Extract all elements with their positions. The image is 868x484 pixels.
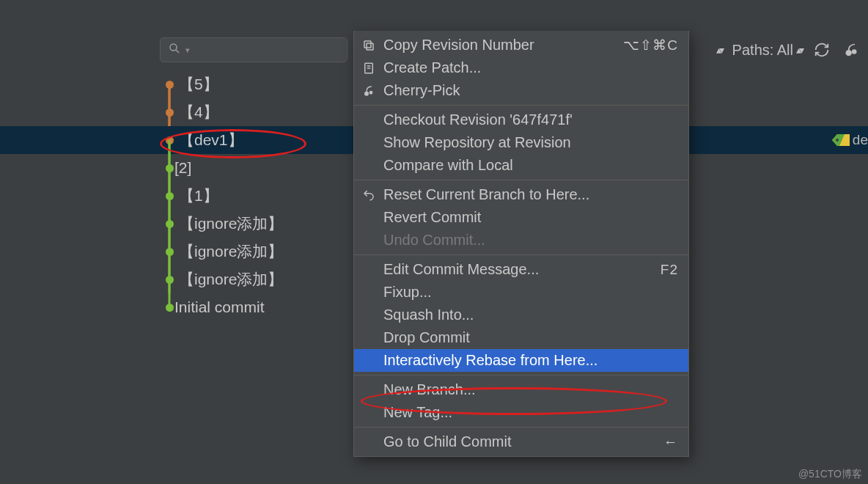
menu-new-branch[interactable]: New Branch... <box>354 378 688 401</box>
tag-icon <box>832 133 850 147</box>
menu-label: New Branch... <box>383 381 476 398</box>
updown-icon: ▴▾ <box>796 44 802 56</box>
svg-point-13 <box>369 90 373 94</box>
menu-label: Undo Commit... <box>383 232 485 249</box>
svg-point-12 <box>364 91 369 95</box>
commit-label: 【dev1】 <box>179 130 243 150</box>
menu-label: Interactively Rebase from Here... <box>383 352 597 369</box>
tool-window-gutter <box>0 31 157 484</box>
svg-point-3 <box>852 49 857 54</box>
branch-tag-badge[interactable]: de <box>832 126 868 154</box>
menu-edit-message[interactable]: Edit Commit Message... F2 <box>354 258 688 281</box>
menu-shortcut: F2 <box>661 262 678 278</box>
menu-new-tag[interactable]: New Tag... <box>354 401 688 424</box>
commit-label: 【ignore添加】 <box>179 241 283 262</box>
patch-icon <box>360 62 378 75</box>
menu-checkout-revision[interactable]: Checkout Revision '647f471f' <box>354 109 688 131</box>
cherry-pick-toolbar-button[interactable] <box>842 40 861 59</box>
arrow-left-icon: ← <box>663 434 678 450</box>
menu-undo-commit: Undo Commit... <box>354 229 688 252</box>
tag-text: de <box>853 132 868 148</box>
menu-shortcut: ⌥⇧⌘C <box>623 37 678 54</box>
menu-label: Squash Into... <box>383 307 474 323</box>
refresh-button[interactable] <box>812 40 831 59</box>
commit-label: 【ignore添加】 <box>179 269 283 290</box>
svg-point-0 <box>170 44 177 51</box>
commit-label: 【1】 <box>179 186 218 206</box>
cherry-icon <box>360 84 378 98</box>
undo-icon <box>360 188 378 202</box>
menu-go-child-commit[interactable]: Go to Child Commit ← <box>354 430 688 453</box>
commit-label: [2] <box>174 159 191 177</box>
menu-label: Create Patch... <box>383 59 481 76</box>
menu-show-repo[interactable]: Show Repository at Revision <box>354 131 688 154</box>
commit-label: 【ignore添加】 <box>179 213 283 234</box>
svg-rect-8 <box>364 41 371 48</box>
menu-reset-branch[interactable]: Reset Current Branch to Here... <box>354 183 688 206</box>
menu-label: Go to Child Commit <box>383 433 512 450</box>
commit-label: 【5】 <box>179 74 218 95</box>
menu-drop-commit[interactable]: Drop Commit <box>354 326 688 349</box>
chevron-down-icon: ▾ <box>185 45 190 55</box>
menu-fixup[interactable]: Fixup... <box>354 281 688 304</box>
menu-copy-revision[interactable]: Copy Revision Number ⌥⇧⌘C <box>354 34 688 56</box>
menu-squash[interactable]: Squash Into... <box>354 304 688 326</box>
search-input[interactable]: ▾ <box>160 37 347 62</box>
menu-label: Copy Revision Number <box>383 37 534 54</box>
menu-label: Cherry-Pick <box>383 82 460 99</box>
menu-label: Drop Commit <box>383 329 470 346</box>
menu-create-patch[interactable]: Create Patch... <box>354 56 688 79</box>
menu-label: Revert Commit <box>383 209 481 226</box>
watermark: @51CTO博客 <box>798 468 862 481</box>
search-icon <box>168 42 181 59</box>
menu-label: New Tag... <box>383 404 452 421</box>
menu-label: Edit Commit Message... <box>383 261 539 278</box>
menu-revert-commit[interactable]: Revert Commit <box>354 206 688 229</box>
menu-label: Checkout Revision '647f471f' <box>383 111 573 128</box>
menu-label: Reset Current Branch to Here... <box>383 186 589 203</box>
paths-label: Paths: All <box>732 42 793 59</box>
menu-label: Show Repository at Revision <box>383 134 571 151</box>
updown-icon-left[interactable]: ▴▾ <box>716 44 722 56</box>
commit-label: 【4】 <box>179 102 218 122</box>
log-toolbar-right: ▴▾ Paths: All ▴▾ <box>716 35 868 65</box>
menu-interactive-rebase[interactable]: Interactively Rebase from Here... <box>354 349 688 372</box>
svg-point-2 <box>846 50 852 56</box>
commit-label: Initial commit <box>174 298 265 316</box>
menu-compare-local[interactable]: Compare with Local <box>354 154 688 177</box>
commit-context-menu: Copy Revision Number ⌥⇧⌘C Create Patch..… <box>353 31 689 457</box>
svg-point-6 <box>836 139 839 142</box>
menu-label: Compare with Local <box>383 157 513 174</box>
svg-line-1 <box>176 50 179 53</box>
paths-filter-dropdown[interactable]: Paths: All ▴▾ <box>732 42 802 59</box>
editor-area-strip <box>0 0 868 31</box>
copy-icon <box>360 39 378 52</box>
svg-rect-7 <box>367 43 373 50</box>
menu-label: Fixup... <box>383 284 432 301</box>
menu-cherry-pick[interactable]: Cherry-Pick <box>354 79 688 102</box>
